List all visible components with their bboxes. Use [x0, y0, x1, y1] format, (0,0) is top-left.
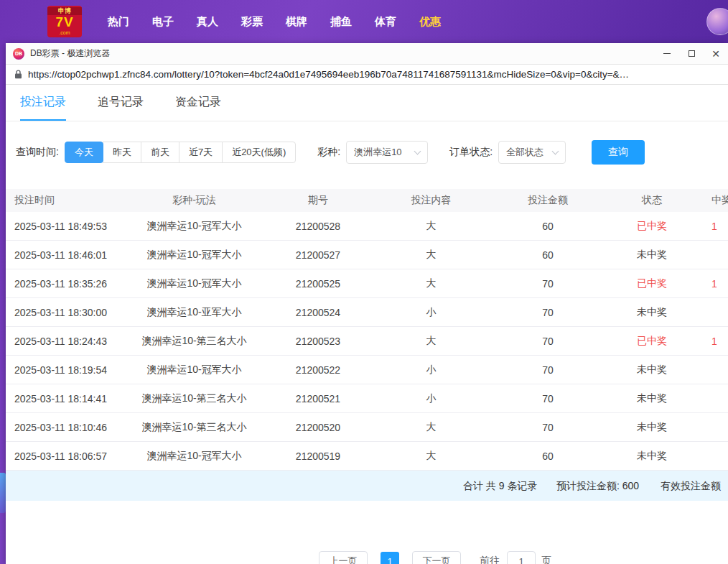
range-today-button[interactable]: 今天 — [65, 142, 103, 163]
order-status-select[interactable]: 全部状态 — [498, 141, 566, 164]
user-avatar[interactable] — [706, 8, 728, 35]
lottery-filter-label: 彩种: — [317, 146, 340, 159]
cell-bet-amount: 70 — [490, 393, 605, 404]
cell-win-amount: 1 — [699, 336, 728, 347]
close-button[interactable]: ✕ — [704, 43, 728, 64]
background-widget-sliver — [0, 473, 6, 513]
nav-item-lottery[interactable]: 彩票 — [230, 15, 274, 29]
cell-bet-time: 2025-03-11 18:19:54 — [6, 364, 124, 376]
cell-bet-time: 2025-03-11 18:14:41 — [6, 393, 124, 404]
cell-game-type: 澳洲幸运10-冠军大小 — [124, 450, 264, 463]
cell-win-amount: 1 — [699, 278, 728, 290]
site-logo-suffix-text: .com — [59, 29, 70, 36]
cell-bet-content: 大 — [372, 335, 490, 348]
nav-item-electronic[interactable]: 电子 — [141, 15, 185, 29]
window-titlebar[interactable]: DB DB彩票 - 极速浏览器 ✕ — [6, 43, 728, 65]
cell-bet-amount: 70 — [490, 422, 605, 433]
cell-bet-content: 小 — [372, 364, 490, 376]
cell-bet-time: 2025-03-11 18:24:43 — [6, 336, 124, 347]
table-row[interactable]: 2025-03-11 18:24:43 澳洲幸运10-第三名大小 2120052… — [6, 327, 728, 356]
prev-page-button[interactable]: 上一页 — [319, 551, 368, 564]
cell-status: 已中奖 — [605, 220, 699, 233]
nav-item-fishing[interactable]: 捕鱼 — [319, 15, 363, 29]
table-row[interactable]: 2025-03-11 18:06:57 澳洲幸运10-冠军大小 21200519… — [6, 442, 728, 471]
header-win-amount: 中奖金额 — [699, 194, 728, 207]
cell-bet-amount: 60 — [490, 450, 605, 462]
cell-game-type: 澳洲幸运10-冠军大小 — [124, 249, 264, 262]
cell-issue: 21200523 — [264, 336, 372, 347]
tab-bet-records[interactable]: 投注记录 — [20, 95, 66, 121]
site-logo[interactable]: 申博 7V .com — [47, 6, 82, 37]
table-row[interactable]: 2025-03-11 18:35:26 澳洲幸运10-冠军大小 21200525… — [6, 269, 728, 298]
maximize-icon — [689, 50, 695, 57]
cell-bet-amount: 70 — [490, 336, 605, 347]
page-content: 投注记录 追号记录 资金记录 查询时间: 今天 昨天 前天 近7天 近20天(低… — [6, 85, 728, 564]
cell-issue: 21200524 — [264, 307, 372, 318]
cell-issue: 21200520 — [264, 422, 372, 433]
time-filter-label: 查询时间: — [16, 146, 59, 159]
cell-bet-time: 2025-03-11 18:46:01 — [6, 249, 124, 261]
header-status: 状态 — [605, 194, 699, 207]
range-20days-button[interactable]: 近20天(低频) — [222, 142, 296, 163]
cell-bet-content: 大 — [372, 249, 490, 262]
cell-bet-time: 2025-03-11 18:10:46 — [6, 422, 124, 433]
nav-item-sports[interactable]: 体育 — [363, 15, 408, 29]
nav-item-hot[interactable]: 热门 — [96, 15, 141, 29]
close-icon: ✕ — [711, 49, 720, 59]
cell-bet-content: 大 — [372, 421, 490, 434]
summary-valid-amount: 有效投注金额 — [661, 471, 721, 501]
table-row[interactable]: 2025-03-11 18:14:41 澳洲幸运10-第三名大小 2120052… — [6, 384, 728, 413]
cell-win-amount: 1 — [699, 221, 728, 232]
cell-bet-amount: 70 — [490, 364, 605, 376]
cell-bet-amount: 60 — [490, 221, 605, 232]
tab-fund-records[interactable]: 资金记录 — [175, 95, 221, 121]
cell-game-type: 澳洲幸运10-第三名大小 — [124, 421, 264, 434]
bet-records-table: 投注时间 彩种-玩法 期号 投注内容 投注金额 状态 中奖金额 2025-03-… — [6, 189, 728, 471]
window-title: DB彩票 - 极速浏览器 — [30, 47, 110, 60]
chevron-down-icon — [552, 147, 559, 154]
header-bet-content: 投注内容 — [372, 194, 490, 207]
table-row[interactable]: 2025-03-11 18:19:54 澳洲幸运10-冠军大小 21200522… — [6, 356, 728, 384]
table-row[interactable]: 2025-03-11 18:46:01 澳洲幸运10-冠军大小 21200527… — [6, 241, 728, 269]
table-row[interactable]: 2025-03-11 18:10:46 澳洲幸运10-第三名大小 2120052… — [6, 413, 728, 442]
nav-item-chess[interactable]: 棋牌 — [274, 15, 319, 29]
tab-chase-records[interactable]: 追号记录 — [98, 95, 144, 121]
top-navbar: 申博 7V .com 热门 电子 真人 彩票 棋牌 捕鱼 体育 优惠 — [0, 0, 728, 43]
lottery-select[interactable]: 澳洲幸运10 — [346, 141, 428, 164]
filter-bar: 查询时间: 今天 昨天 前天 近7天 近20天(低频) 彩种: 澳洲幸运10 订… — [16, 140, 728, 165]
header-game-type: 彩种-玩法 — [124, 194, 264, 207]
time-range-group: 今天 昨天 前天 近7天 近20天(低频) — [65, 142, 296, 163]
cell-issue: 21200528 — [264, 221, 372, 232]
address-bar[interactable]: https://ctop02pchwp1.zfnc84.com/lottery/… — [6, 65, 728, 85]
minimize-icon — [663, 53, 671, 54]
goto-page-input[interactable] — [507, 551, 536, 564]
browser-window: DB DB彩票 - 极速浏览器 ✕ https://ctop02pchwp1.z… — [6, 43, 728, 564]
window-favicon-icon: DB — [13, 48, 24, 60]
order-status-select-value: 全部状态 — [506, 146, 543, 159]
cell-bet-time: 2025-03-11 18:35:26 — [6, 278, 124, 290]
range-yesterday-button[interactable]: 昨天 — [103, 142, 141, 163]
range-7days-button[interactable]: 近7天 — [179, 142, 223, 163]
url-text[interactable]: https://ctop02pchwp1.zfnc84.com/lottery/… — [28, 69, 629, 80]
nav-item-live[interactable]: 真人 — [185, 15, 230, 29]
lock-icon — [14, 70, 22, 79]
minimize-button[interactable] — [655, 43, 679, 64]
status-filter-label: 订单状态: — [449, 146, 493, 159]
table-row[interactable]: 2025-03-11 18:49:53 澳洲幸运10-冠军大小 21200528… — [6, 212, 728, 241]
nav-item-promo[interactable]: 优惠 — [408, 15, 452, 29]
next-page-button[interactable]: 下一页 — [412, 551, 461, 564]
table-row[interactable]: 2025-03-11 18:30:00 澳洲幸运10-亚军大小 21200524… — [6, 298, 728, 327]
cell-status: 未中奖 — [605, 306, 699, 319]
maximize-button[interactable] — [679, 43, 704, 64]
cell-status: 已中奖 — [605, 335, 699, 348]
cell-game-type: 澳洲幸运10-第三名大小 — [124, 335, 264, 348]
cell-bet-content: 大 — [372, 220, 490, 233]
cell-bet-amount: 60 — [490, 249, 605, 261]
site-logo-main-text: 7V — [55, 15, 73, 29]
cell-game-type: 澳洲幸运10-亚军大小 — [124, 306, 264, 319]
summary-bar: 合计 共 9 条记录 预计投注金额: 600 有效投注金额 — [6, 471, 728, 501]
range-daybefore-button[interactable]: 前天 — [141, 142, 179, 163]
goto-page-label: 前往 — [480, 555, 500, 564]
query-button[interactable]: 查询 — [592, 140, 645, 165]
page-number-current[interactable]: 1 — [381, 552, 399, 564]
